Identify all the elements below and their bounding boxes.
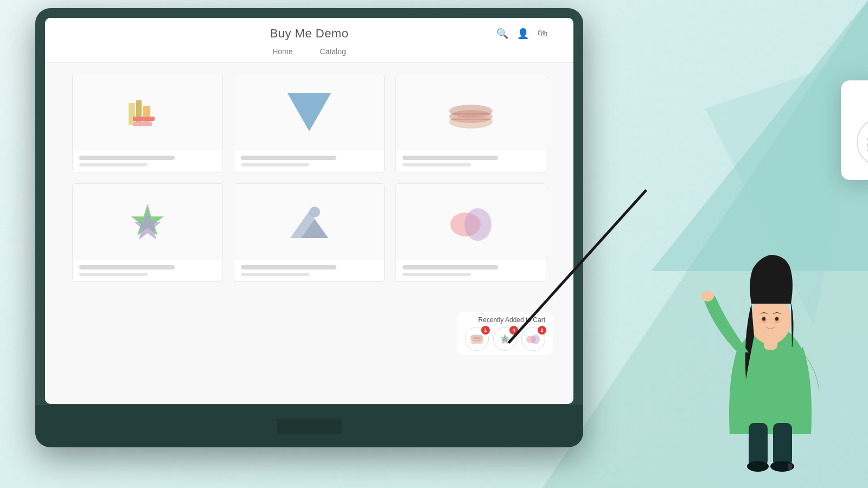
svg-rect-5 <box>143 106 150 125</box>
product-title-4 <box>79 265 175 269</box>
product-image-5 <box>234 184 384 260</box>
cart-item-1[interactable]: 1 <box>857 118 868 166</box>
product-title-5 <box>241 265 336 269</box>
cart-popup-large: Recently Added to Cart 1 4 <box>841 80 868 180</box>
product-card-3[interactable] <box>395 74 546 172</box>
svg-point-47 <box>747 461 769 472</box>
svg-point-22 <box>470 335 483 339</box>
svg-rect-3 <box>129 103 135 125</box>
svg-rect-49 <box>788 464 792 470</box>
product-subtitle-2 <box>241 163 309 166</box>
product-info-1 <box>73 150 222 172</box>
product-image-4 <box>73 184 222 260</box>
product-info-4 <box>73 260 222 281</box>
nav-catalog[interactable]: Catalog <box>320 47 346 56</box>
cart-small-item-1[interactable]: 1 <box>465 327 489 351</box>
svg-point-26 <box>531 335 540 344</box>
header-icons: 🔍 👤 🛍 <box>496 28 547 40</box>
product-info-2 <box>234 150 384 172</box>
product-grid <box>45 63 573 293</box>
product-title-6 <box>403 265 498 269</box>
svg-rect-6 <box>133 117 155 121</box>
product-title-2 <box>241 156 336 160</box>
svg-marker-14 <box>134 210 161 240</box>
svg-point-19 <box>464 208 492 241</box>
cart-small-items: 1 4 2 <box>465 327 545 351</box>
laptop-shell: Buy Me Demo Home Catalog 🔍 👤 🛍 <box>35 8 583 447</box>
svg-point-42 <box>762 317 765 321</box>
svg-rect-4 <box>136 100 142 125</box>
cart-small-badge-3: 2 <box>538 326 546 335</box>
product-image-2 <box>234 74 384 150</box>
cart-popup-title: Recently Added to Cart <box>857 94 868 108</box>
product-card-6[interactable] <box>395 183 546 282</box>
laptop-trackpad <box>277 419 342 434</box>
svg-point-10 <box>449 105 493 118</box>
product-image-1 <box>73 74 222 150</box>
svg-rect-7 <box>133 122 152 126</box>
product-subtitle-3 <box>403 163 471 166</box>
svg-rect-46 <box>773 423 792 466</box>
cart-icon[interactable]: 🛍 <box>538 28 547 40</box>
cart-small-badge-1: 1 <box>481 326 490 335</box>
search-icon[interactable]: 🔍 <box>496 28 508 40</box>
store-nav: Home Catalog <box>61 45 557 58</box>
product-subtitle-6 <box>403 273 471 276</box>
product-info-3 <box>396 150 546 172</box>
product-subtitle-1 <box>79 163 148 166</box>
product-card-2[interactable] <box>234 74 385 172</box>
laptop-screen: Buy Me Demo Home Catalog 🔍 👤 🛍 <box>45 18 573 404</box>
svg-point-44 <box>701 291 714 301</box>
user-icon[interactable]: 👤 <box>517 28 529 40</box>
product-card-5[interactable] <box>234 183 385 282</box>
cart-popup-small: Recently Added to Cart 1 <box>457 312 553 355</box>
product-title-1 <box>79 156 175 160</box>
product-title-3 <box>403 156 498 160</box>
product-info-6 <box>396 260 546 281</box>
product-image-3 <box>396 74 546 150</box>
product-subtitle-5 <box>241 273 309 276</box>
store-header: Buy Me Demo Home Catalog 🔍 👤 🛍 <box>45 18 573 63</box>
laptop-base <box>35 405 583 447</box>
cart-items-row: 1 4 2 <box>857 118 868 166</box>
product-card-4[interactable] <box>72 183 223 282</box>
nav-home[interactable]: Home <box>272 47 292 56</box>
store-title: Buy Me Demo <box>61 27 557 41</box>
product-card-1[interactable] <box>72 74 223 172</box>
person-illustration <box>684 174 857 472</box>
cart-small-item-3[interactable]: 2 <box>521 327 545 351</box>
svg-rect-45 <box>749 423 768 466</box>
triangle-shape <box>288 93 331 131</box>
product-info-5 <box>234 260 384 281</box>
product-subtitle-4 <box>79 273 148 276</box>
product-image-6 <box>396 184 546 260</box>
svg-point-43 <box>775 317 778 321</box>
